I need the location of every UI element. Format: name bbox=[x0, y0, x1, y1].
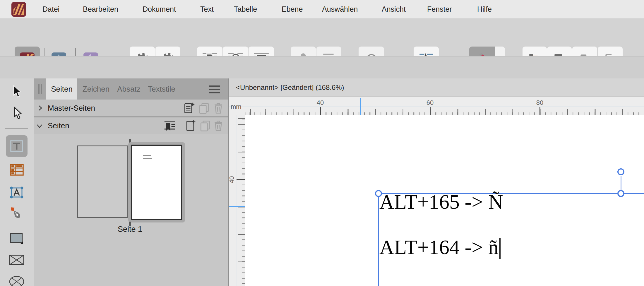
ruler-inner-line-v bbox=[237, 115, 237, 286]
ruler-h-ticks-major bbox=[245, 109, 644, 115]
canvas-text-line-1[interactable]: ALT+165 -> Ñ bbox=[379, 192, 503, 212]
ruler-h-label-40: 40 bbox=[311, 99, 329, 107]
document-content: <Unbenannt> [Geändert] (168.6%) mm 40 60… bbox=[0, 0, 644, 286]
text-caret bbox=[499, 238, 501, 259]
ruler-cursor-marker-v bbox=[229, 206, 245, 207]
ruler-h-tick-80 bbox=[539, 107, 540, 115]
ruler-h-label-60: 60 bbox=[421, 99, 439, 107]
rotation-handle-stem bbox=[621, 176, 621, 191]
ruler-h-tick-60 bbox=[430, 107, 431, 115]
ruler-unit-label: mm bbox=[231, 103, 242, 111]
ruler-h-tick-40 bbox=[320, 107, 321, 115]
ruler-v-ticks-major bbox=[238, 115, 245, 286]
frame-rotation-handle[interactable] bbox=[617, 168, 624, 175]
document-tab[interactable]: <Unbenannt> [Geändert] (168.6%) bbox=[229, 78, 644, 97]
document-tab-title: <Unbenannt> [Geändert] (168.6%) bbox=[236, 78, 344, 97]
ruler-v-label-40: 40 bbox=[228, 174, 237, 185]
ruler-h-label-80: 80 bbox=[531, 99, 549, 107]
frame-handle-top-right[interactable] bbox=[617, 190, 624, 197]
ruler-cursor-marker-h bbox=[360, 98, 361, 115]
frame-handle-top-left[interactable] bbox=[375, 190, 382, 197]
text-frame-left-edge[interactable] bbox=[378, 193, 379, 286]
app-window: Datei Bearbeiten Dokument Text Tabelle E… bbox=[0, 0, 644, 286]
ruler-v-tick-40 bbox=[237, 179, 245, 180]
canvas-text-line-2[interactable]: ALT+164 -> ñ bbox=[379, 237, 499, 258]
